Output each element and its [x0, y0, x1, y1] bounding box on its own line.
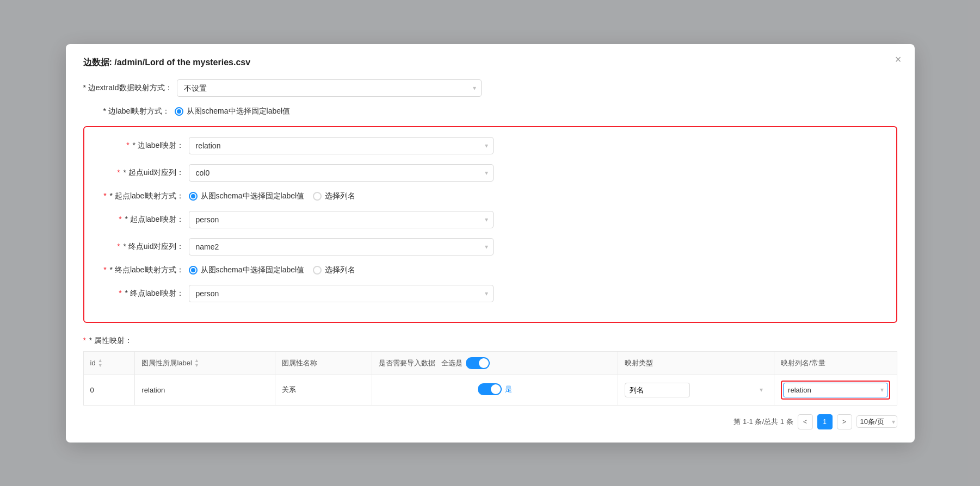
- attr-section-label: * * 属性映射：: [83, 336, 897, 346]
- select-all-toggle[interactable]: 全选是: [441, 357, 490, 369]
- th-graph-label: 图属性所属label ▲▼: [135, 351, 275, 375]
- start-uid-row: * * 起点uid对应列： col0 ▾: [97, 164, 883, 182]
- start-label-radio-col[interactable]: 选择列名: [313, 191, 355, 201]
- cell-need-import: 是: [372, 375, 618, 405]
- extra-id-label: * 边extraId数据映射方式：: [83, 83, 172, 93]
- mapping-type-select[interactable]: 列名 常量: [625, 383, 690, 397]
- end-label-select[interactable]: person: [189, 285, 494, 302]
- start-uid-select-wrapper: col0 ▾: [189, 164, 494, 182]
- start-label-mapping-label: * * 起点label映射方式：: [97, 191, 184, 201]
- edge-label-row: * * 边label映射： relation ▾: [97, 137, 883, 154]
- extra-id-row: * 边extraId数据映射方式： 不设置 ▾: [83, 79, 897, 97]
- start-label-label: * * 起点label映射：: [97, 215, 184, 225]
- page-size-wrap: 10条/页 20条/页 50条/页 ▾: [856, 415, 897, 428]
- attr-table: id ▲▼ 图属性所属label ▲▼ 图属性名称: [83, 351, 897, 406]
- table-header-row: id ▲▼ 图属性所属label ▲▼ 图属性名称: [83, 351, 897, 375]
- mapping-col-select[interactable]: relation col0 name2: [783, 383, 887, 397]
- end-label-mapping-label: * * 终点label映射方式：: [97, 265, 184, 275]
- radio-dot-start-col: [313, 192, 322, 201]
- table-row: 0 relation 关系: [83, 375, 897, 405]
- mapping-col-cell-border: relation col0 name2 ▾: [781, 381, 890, 400]
- modal-title: 边数据: /admin/Lord of the mysteries.csv: [83, 57, 897, 68]
- edge-label-select[interactable]: relation: [189, 137, 494, 154]
- modal-overlay: × 边数据: /admin/Lord of the mysteries.csv …: [0, 0, 980, 486]
- chevron-down-icon: ▾: [760, 386, 763, 394]
- edge-label-label: * * 边label映射：: [97, 141, 184, 151]
- cell-mapping-type: 列名 常量 ▾: [618, 375, 774, 405]
- th-need-import: 是否需要导入数据 全选是: [372, 351, 618, 375]
- cell-mapping-col: relation col0 name2 ▾: [774, 375, 897, 405]
- mapping-col-select-wrap: relation col0 name2 ▾: [783, 383, 887, 397]
- start-label-radio-group: 从图schema中选择固定label值 选择列名: [189, 191, 356, 201]
- cell-graph-label: relation: [135, 375, 275, 405]
- start-uid-select[interactable]: col0: [189, 164, 494, 182]
- th-attr-name: 图属性名称: [275, 351, 372, 375]
- attr-section: * * 属性映射： id ▲▼ 图属性所属labe: [83, 336, 897, 429]
- end-uid-select[interactable]: name2: [189, 238, 494, 256]
- page-size-select[interactable]: 10条/页 20条/页 50条/页: [856, 415, 897, 428]
- start-label-select-wrapper: person ▾: [189, 211, 494, 228]
- label-radio-fixed[interactable]: 从图schema中选择固定label值: [175, 107, 291, 116]
- cell-attr-name: 关系: [275, 375, 372, 405]
- pagination-row: 第 1-1 条/总共 1 条 < 1 > 10条/页 20条/页 50条/页 ▾: [83, 414, 897, 429]
- end-uid-select-wrapper: name2 ▾: [189, 238, 494, 256]
- close-button[interactable]: ×: [895, 54, 902, 65]
- end-label-mapping-row: * * 终点label映射方式： 从图schema中选择固定label值 选择列…: [97, 265, 883, 275]
- start-uid-label: * * 起点uid对应列：: [97, 168, 184, 178]
- end-label-select-wrapper: person ▾: [189, 285, 494, 302]
- cell-id: 0: [83, 375, 135, 405]
- next-page-button[interactable]: >: [837, 414, 852, 429]
- radio-dot-end-fixed: [189, 266, 198, 275]
- start-label-mapping-row: * * 起点label映射方式： 从图schema中选择固定label值 选择列…: [97, 191, 883, 201]
- edge-label-select-wrapper: relation ▾: [189, 137, 494, 154]
- start-label-row: * * 起点label映射： person ▾: [97, 211, 883, 228]
- label-mapping-row: * 边label映射方式： 从图schema中选择固定label值: [83, 107, 897, 116]
- radio-dot-start-fixed: [189, 192, 198, 201]
- end-uid-row: * * 终点uid对应列： name2 ▾: [97, 238, 883, 256]
- th-id: id ▲▼: [83, 351, 135, 375]
- label-mapping-label: * 边label映射方式：: [83, 107, 170, 116]
- start-label-select[interactable]: person: [189, 211, 494, 228]
- extra-id-select[interactable]: 不设置: [177, 79, 482, 97]
- modal: × 边数据: /admin/Lord of the mysteries.csv …: [66, 44, 915, 443]
- start-label-radio-fixed[interactable]: 从图schema中选择固定label值: [189, 191, 305, 201]
- label-mapping-radio-group: 从图schema中选择固定label值: [175, 107, 291, 116]
- mapping-type-select-wrap: 列名 常量 ▾: [625, 383, 767, 397]
- end-uid-label: * * 终点uid对应列：: [97, 242, 184, 252]
- radio-dot-end-col: [313, 266, 322, 275]
- end-label-label: * * 终点label映射：: [97, 289, 184, 298]
- pagination-info: 第 1-1 条/总共 1 条: [734, 417, 793, 427]
- radio-dot-fixed: [175, 107, 183, 116]
- prev-page-button[interactable]: <: [798, 414, 813, 429]
- end-label-row: * * 终点label映射： person ▾: [97, 285, 883, 302]
- extra-id-select-wrapper: 不设置 ▾: [177, 79, 482, 97]
- current-page-button[interactable]: 1: [817, 414, 833, 429]
- end-label-radio-fixed[interactable]: 从图schema中选择固定label值: [189, 265, 305, 275]
- end-label-radio-col[interactable]: 选择列名: [313, 265, 355, 275]
- need-import-toggle[interactable]: 是: [478, 383, 512, 395]
- red-bordered-section: * * 边label映射： relation ▾ * * 起点uid对应列：: [83, 126, 897, 323]
- th-mapping-col: 映射列名/常量: [774, 351, 897, 375]
- th-mapping-type: 映射类型: [618, 351, 774, 375]
- end-label-radio-group: 从图schema中选择固定label值 选择列名: [189, 265, 356, 275]
